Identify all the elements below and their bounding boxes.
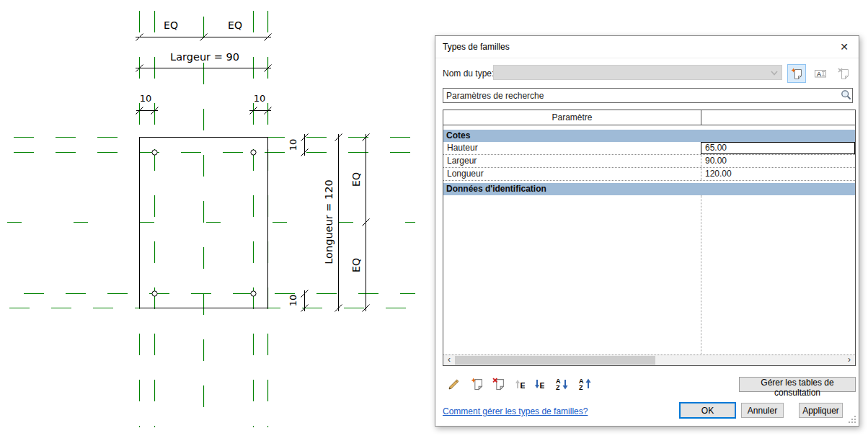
edit-parameter-button[interactable] (446, 375, 463, 393)
offset-dim-top-right[interactable]: 10 (254, 93, 266, 104)
param-column-header[interactable]: Paramètre (443, 110, 701, 125)
delete-parameter-icon (492, 378, 505, 391)
svg-text:E: E (521, 381, 526, 390)
close-icon[interactable]: ✕ (836, 40, 853, 54)
manage-lookup-tables-button[interactable]: Gérer les tables de consultation (739, 377, 856, 392)
rename-type-icon: A (814, 68, 827, 79)
apply-button[interactable]: Appliquer (799, 403, 843, 418)
table-row-largeur[interactable]: Largeur 90.00 (443, 155, 855, 168)
move-parameter-down-button[interactable]: E (529, 375, 546, 393)
move-up-icon: E (512, 378, 525, 391)
edit-pencil-icon (447, 377, 461, 391)
param-name-cell[interactable]: Hauteur (443, 142, 701, 154)
sort-descending-icon: A Z (578, 377, 593, 391)
search-icon (841, 89, 851, 100)
search-input[interactable] (443, 88, 853, 103)
type-name-combobox[interactable] (493, 65, 782, 80)
post-circle-bottom-right[interactable] (251, 291, 256, 296)
scroll-right-arrow-icon[interactable]: › (843, 355, 855, 365)
section-header-identification[interactable]: Données d'identification (443, 183, 855, 195)
table-row-hauteur[interactable]: Hauteur 65.00 (443, 142, 855, 155)
param-value-cell[interactable]: 120.00 (701, 168, 855, 180)
section-header-cotes[interactable]: Cotes (443, 130, 855, 142)
eq-label-top-left[interactable]: EQ (164, 19, 178, 31)
new-parameter-button[interactable] (469, 375, 486, 393)
new-parameter-icon (471, 378, 484, 391)
move-down-icon: E (531, 378, 544, 391)
param-value-cell[interactable]: 90.00 (701, 155, 855, 167)
eq-label-top-right[interactable]: EQ (228, 19, 242, 31)
offset-dim-right-bottom[interactable]: 10 (288, 295, 298, 307)
param-value-cell-selected[interactable]: 65.00 (701, 142, 855, 154)
type-name-label: Nom du type: (443, 68, 494, 79)
rename-type-button[interactable]: A (811, 64, 830, 83)
sort-ascending-button[interactable]: A Z (554, 375, 571, 393)
new-type-button[interactable] (787, 64, 806, 83)
chevron-down-icon (771, 71, 778, 76)
scrollbar-thumb[interactable] (455, 356, 655, 365)
svg-text:Z: Z (579, 384, 583, 391)
svg-text:Z: Z (556, 384, 560, 391)
new-type-icon (791, 68, 803, 80)
post-circle-bottom-left[interactable] (152, 291, 157, 296)
revit-family-editor: EQ EQ Largeur = 90 10 10 10 Longueur = 1… (0, 0, 868, 446)
svg-text:E: E (540, 381, 545, 390)
family-types-dialog: Types de familles ✕ Nom du type: A (435, 35, 859, 427)
dialog-titlebar[interactable]: Types de familles ✕ (435, 36, 859, 58)
ok-button[interactable]: OK (679, 402, 736, 419)
resize-grip[interactable] (849, 416, 856, 424)
sort-descending-button[interactable]: A Z (577, 375, 594, 393)
table-row-longueur[interactable]: Longueur 120.00 (443, 168, 855, 181)
scroll-left-arrow-icon[interactable]: ‹ (443, 355, 455, 365)
cancel-button[interactable]: Annuler (741, 403, 784, 418)
delete-type-icon (838, 68, 850, 80)
dimensions[interactable] (136, 34, 370, 312)
sort-ascending-icon: A Z (555, 377, 570, 391)
horizontal-scrollbar[interactable]: ‹ › (443, 354, 855, 365)
dialog-title: Types de familles (443, 42, 510, 52)
param-name-cell[interactable]: Longueur (443, 168, 701, 180)
value-column-header[interactable] (701, 110, 855, 125)
help-link[interactable]: Comment gérer les types de familles? (443, 406, 588, 416)
offset-dim-top-left[interactable]: 10 (140, 93, 152, 104)
reference-planes[interactable] (6, 11, 415, 427)
post-circle-top-left[interactable] (152, 150, 157, 155)
table-header: Paramètre (443, 110, 855, 125)
longueur-dim-label[interactable]: Longueur = 120 (323, 179, 335, 264)
eq-label-right-bottom[interactable]: EQ (350, 258, 362, 272)
param-name-cell[interactable]: Largeur (443, 155, 701, 167)
eq-label-right-top[interactable]: EQ (350, 172, 362, 187)
delete-parameter-button[interactable] (490, 375, 508, 393)
largeur-dim-label[interactable]: Largeur = 90 (170, 51, 239, 63)
offset-dim-right-top[interactable]: 10 (288, 139, 298, 151)
svg-text:A: A (817, 71, 821, 78)
parameters-table: Paramètre Cotes Hauteur 65.00 Largeur 90… (443, 110, 856, 366)
column-divider (701, 195, 701, 355)
delete-type-button[interactable] (834, 64, 853, 83)
family-plan-view: EQ EQ Largeur = 90 10 10 10 Longueur = 1… (0, 0, 433, 446)
move-parameter-up-button[interactable]: E (510, 375, 527, 393)
post-circle-top-right[interactable] (251, 150, 256, 155)
